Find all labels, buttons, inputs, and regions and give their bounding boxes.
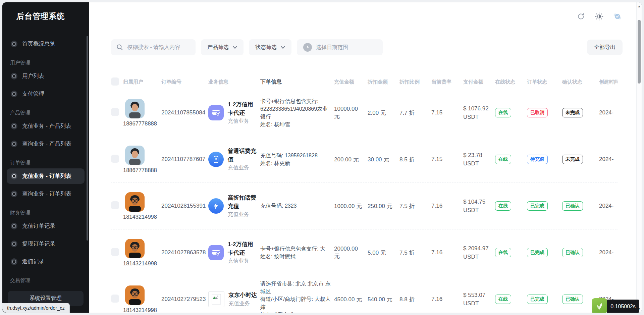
col-recharge: 充值金额 — [334, 79, 368, 85]
business-type: 充值业务 — [228, 164, 257, 171]
radio-icon — [11, 258, 17, 265]
user-avatar-icon[interactable] — [613, 12, 622, 21]
user-phone: 18867778888 — [123, 167, 157, 173]
sidebar-item-label: 充值订单记录 — [22, 222, 55, 230]
credit-card-icon — [208, 105, 224, 120]
radio-icon — [11, 123, 17, 129]
user-avatar — [125, 239, 145, 258]
search-icon — [116, 44, 123, 51]
row-checkbox[interactable] — [111, 201, 119, 209]
row-checkbox[interactable] — [111, 295, 119, 303]
order-status-badge: 已完成 — [527, 248, 548, 257]
recharge-amount: 1000.00 元 — [334, 202, 368, 210]
online-status-badge: 在线 — [495, 155, 511, 164]
sidebar-group-users: 用户管理 — [10, 60, 81, 66]
product-filter-label: 产品筛选 — [207, 44, 229, 51]
sidebar: 后台管理系统 首页概况总览 用户管理 用户列表 支付管理 产品管理 充值业务 -… — [2, 2, 89, 313]
business-type: 充值业务 — [228, 300, 257, 307]
sidebar-item-user-list[interactable]: 用户列表 — [7, 68, 85, 84]
search-input[interactable]: 模糊搜索 - 请输入内容 — [111, 39, 196, 55]
sidebar-group-orders: 订单管理 — [10, 160, 81, 166]
sidebar-group-trade: 交易管理 — [10, 277, 81, 284]
pay-amount: $ 104.75USDT — [463, 198, 495, 215]
user-phone: 18143214998 — [123, 307, 157, 313]
order-number: 20241107855084 — [161, 109, 208, 116]
radio-icon — [11, 141, 17, 147]
order-status-badge: 已完成 — [527, 295, 548, 304]
table-row: 18143214998 20241027279523 京东小时达 充值业务 请 — [111, 276, 618, 313]
scrollbar-thumb[interactable] — [638, 20, 641, 84]
row-checkbox[interactable] — [111, 108, 119, 116]
col-order-status: 订单状态 — [527, 79, 562, 85]
pay-amount: $ 23.78USDT — [463, 151, 495, 168]
sidebar-item-rebate-records[interactable]: 返佣记录 — [7, 254, 85, 269]
sidebar-item-label: 用户列表 — [22, 72, 44, 80]
recharge-amount: 20000.00 元 — [334, 246, 368, 260]
date-range-picker[interactable]: 选择日期范围 — [297, 39, 383, 55]
created-time: 2024- — [599, 156, 618, 163]
sidebar-item-home-overview[interactable]: 首页概况总览 — [7, 36, 85, 52]
sidebar-scrollbar[interactable] — [87, 36, 88, 241]
sidebar-item-query-order-list[interactable]: 查询业务 - 订单列表 — [7, 186, 85, 202]
app-window: 后台管理系统 首页概况总览 用户管理 用户列表 支付管理 产品管理 充值业务 -… — [2, 2, 642, 313]
row-checkbox[interactable] — [111, 248, 119, 256]
discount-amount: 540.00 元 — [368, 296, 399, 303]
online-status-badge: 在线 — [495, 295, 511, 304]
refresh-icon[interactable] — [577, 12, 585, 21]
credit-card-icon — [208, 245, 224, 260]
sidebar-item-label: 查询业务 - 产品列表 — [22, 140, 71, 148]
user-avatar — [125, 99, 145, 118]
radio-icon — [11, 223, 17, 229]
user-phone: 18143214998 — [123, 214, 157, 220]
sidebar-item-withdraw-order-records[interactable]: 提现订单记录 — [7, 236, 85, 252]
sidebar-item-label: 查询业务 - 订单列表 — [22, 190, 71, 198]
status-filter-dropdown[interactable]: 状态筛选 — [249, 39, 291, 55]
export-all-button[interactable]: 全部导出 — [587, 40, 623, 55]
product-name: 普通话费充值 — [228, 147, 257, 164]
confirm-status-badge: 已确认 — [562, 295, 583, 304]
col-user: 归属用户 — [123, 79, 161, 85]
sidebar-item-payment-mgmt[interactable]: 支付管理 — [7, 86, 85, 102]
sidebar-item-query-product-list[interactable]: 查询业务 - 产品列表 — [7, 136, 85, 152]
confirm-status-badge: 未完成 — [562, 108, 583, 117]
sidebar-item-label: 充值业务 - 产品列表 — [22, 122, 71, 130]
col-ratio: 折扣比例 — [399, 79, 431, 85]
svg-text:¥: ¥ — [215, 157, 217, 161]
order-info: 卡号+银行信息包含支行: 大姓名: 按时擦拭 — [260, 245, 334, 260]
scroll-up-icon[interactable]: ▲ — [637, 4, 642, 8]
order-info: 充值号码: 13959261828姓名: 林更新 — [260, 152, 334, 167]
order-status-badge: 已完成 — [527, 201, 548, 211]
col-biz: 业务信息 — [208, 79, 260, 85]
theme-brightness-icon[interactable] — [595, 12, 603, 21]
sidebar-nav: 首页概况总览 用户管理 用户列表 支付管理 产品管理 充值业务 - 产品列表 查… — [2, 29, 89, 287]
col-pay: 支付金额 — [463, 78, 495, 86]
chevron-down-icon — [281, 46, 285, 49]
sidebar-item-recharge-product-list[interactable]: 充值业务 - 产品列表 — [7, 118, 85, 134]
sidebar-item-label: 返佣记录 — [22, 258, 44, 265]
discount-ratio: 7.7 折 — [399, 109, 431, 117]
product-filter-dropdown[interactable]: 产品筛选 — [201, 39, 244, 55]
topbar — [89, 2, 642, 31]
confirm-status-badge: 未完成 — [562, 155, 583, 164]
sidebar-group-products: 产品管理 — [10, 110, 81, 116]
filter-bar: 模糊搜索 - 请输入内容 产品筛选 状态筛选 — [111, 39, 623, 55]
radio-icon — [11, 173, 17, 179]
discount-ratio: 8.8 折 — [399, 296, 431, 303]
sidebar-item-recharge-order-records[interactable]: 充值订单记录 — [7, 218, 85, 234]
window-scrollbar[interactable]: ▲ ▼ — [636, 2, 642, 313]
select-all-checkbox[interactable] — [111, 77, 119, 86]
order-number: 20241027279523 — [161, 296, 208, 303]
user-phone: 18867778888 — [123, 120, 157, 127]
perf-plugin-icon[interactable] — [592, 298, 607, 313]
row-checkbox[interactable] — [111, 155, 119, 163]
product-name: 1-2万信用卡代还 — [228, 241, 257, 257]
recharge-amount: 200.00 元 — [334, 156, 368, 163]
sidebar-item-recharge-order-list[interactable]: 充值业务 - 订单列表 — [7, 168, 85, 184]
current-rate: 7.15 — [431, 109, 463, 116]
order-status-badge: 待充值 — [527, 155, 548, 164]
sidebar-item-label: 支付管理 — [22, 90, 44, 98]
order-number: 20241027863578 — [161, 249, 208, 256]
created-time: 2024- — [599, 249, 618, 256]
online-status-badge: 在线 — [495, 108, 511, 117]
recharge-amount: 4500.00 元 — [334, 296, 368, 303]
